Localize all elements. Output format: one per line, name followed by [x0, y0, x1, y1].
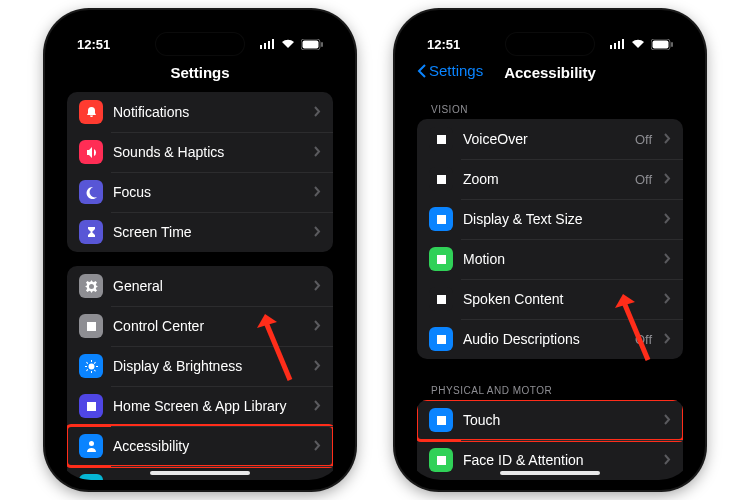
row-label: Display & Brightness: [113, 358, 304, 374]
signal-icon: [610, 39, 625, 49]
battery-icon: [651, 39, 673, 50]
settings-list[interactable]: NotificationsSounds & HapticsFocusScreen…: [55, 92, 345, 480]
voiceover-icon: [429, 127, 453, 151]
chevron-right-icon: [314, 144, 321, 160]
touch-icon: [429, 408, 453, 432]
moon-icon: [79, 180, 103, 204]
row-label: Touch: [463, 412, 654, 428]
row-label: Face ID & Attention: [463, 452, 654, 468]
settings-row-sounds-haptics[interactable]: Sounds & Haptics: [67, 132, 333, 172]
faceid-icon: [429, 448, 453, 472]
chevron-right-icon: [664, 291, 671, 307]
chevron-right-icon: [664, 251, 671, 267]
motion-icon: [429, 247, 453, 271]
svg-rect-2: [268, 41, 270, 49]
page-title: Accessibility: [504, 64, 596, 81]
wifi-icon: [631, 39, 645, 49]
svg-rect-1: [264, 43, 266, 49]
person-icon: [79, 434, 103, 458]
switches-icon: [79, 314, 103, 338]
battery-icon: [301, 39, 323, 50]
chevron-right-icon: [664, 211, 671, 227]
row-label: Accessibility: [113, 438, 304, 454]
navbar: Settings Accessibility: [405, 58, 695, 92]
settings-row-touch[interactable]: Touch: [417, 400, 683, 440]
dynamic-island: [155, 32, 245, 56]
home-indicator[interactable]: [500, 471, 600, 475]
accessibility-list[interactable]: VISION VoiceOverOffZoomOffDisplay & Text…: [405, 92, 695, 480]
bell-icon: [79, 100, 103, 124]
status-time: 12:51: [427, 37, 460, 52]
dynamic-island: [505, 32, 595, 56]
chevron-right-icon: [314, 278, 321, 294]
row-label: Spoken Content: [463, 291, 654, 307]
signal-icon: [260, 39, 275, 49]
back-label: Settings: [429, 62, 483, 79]
phone-left: 12:51 Settings NotificationsSounds & Hap…: [45, 10, 355, 490]
chevron-right-icon: [664, 452, 671, 468]
chevron-right-icon: [314, 318, 321, 334]
speaker-icon: [79, 140, 103, 164]
settings-row-voiceover[interactable]: VoiceOverOff: [417, 119, 683, 159]
svg-rect-5: [303, 40, 319, 48]
section-header-motor: PHYSICAL AND MOTOR: [417, 373, 683, 400]
grid-icon: [79, 394, 103, 418]
settings-row-audio-descriptions[interactable]: Audio DescriptionsOff: [417, 319, 683, 359]
settings-row-zoom[interactable]: ZoomOff: [417, 159, 683, 199]
chevron-right-icon: [314, 224, 321, 240]
audio-icon: [429, 327, 453, 351]
row-label: Motion: [463, 251, 654, 267]
row-label: Display & Text Size: [463, 211, 654, 227]
sun-icon: [79, 354, 103, 378]
chevron-right-icon: [314, 184, 321, 200]
svg-rect-0: [260, 45, 262, 49]
flower-icon: [79, 474, 103, 480]
svg-rect-8: [614, 43, 616, 49]
settings-row-general[interactable]: General: [67, 266, 333, 306]
phone-right: 12:51 Settings Accessibility VISION Voic…: [395, 10, 705, 490]
settings-row-display-brightness[interactable]: Display & Brightness: [67, 346, 333, 386]
settings-row-motion[interactable]: Motion: [417, 239, 683, 279]
status-indicators: [610, 39, 673, 50]
settings-row-notifications[interactable]: Notifications: [67, 92, 333, 132]
status-indicators: [260, 39, 323, 50]
navbar: Settings: [55, 58, 345, 92]
textsize-icon: [429, 207, 453, 231]
back-button[interactable]: Settings: [417, 62, 483, 79]
settings-row-accessibility[interactable]: Accessibility: [67, 426, 333, 466]
row-detail: Off: [635, 132, 652, 147]
row-label: Focus: [113, 184, 304, 200]
svg-rect-9: [618, 41, 620, 49]
chevron-right-icon: [664, 412, 671, 428]
settings-row-control-center[interactable]: Control Center: [67, 306, 333, 346]
chevron-right-icon: [314, 478, 321, 480]
row-label: VoiceOver: [463, 131, 625, 147]
row-detail: Off: [635, 172, 652, 187]
row-label: Wallpaper: [113, 478, 304, 480]
svg-rect-6: [321, 42, 323, 47]
status-time: 12:51: [77, 37, 110, 52]
chevron-right-icon: [314, 398, 321, 414]
row-label: Audio Descriptions: [463, 331, 625, 347]
chevron-right-icon: [664, 331, 671, 347]
hourglass-icon: [79, 220, 103, 244]
settings-row-display-text-size[interactable]: Display & Text Size: [417, 199, 683, 239]
row-label: Home Screen & App Library: [113, 398, 304, 414]
svg-rect-7: [610, 45, 612, 49]
row-label: General: [113, 278, 304, 294]
settings-row-focus[interactable]: Focus: [67, 172, 333, 212]
row-label: Notifications: [113, 104, 304, 120]
chevron-right-icon: [314, 104, 321, 120]
home-indicator[interactable]: [150, 471, 250, 475]
section-header-vision: VISION: [417, 92, 683, 119]
row-label: Zoom: [463, 171, 625, 187]
settings-row-screen-time[interactable]: Screen Time: [67, 212, 333, 252]
settings-row-spoken-content[interactable]: Spoken Content: [417, 279, 683, 319]
gear-icon: [79, 274, 103, 298]
spoken-icon: [429, 287, 453, 311]
svg-rect-10: [622, 39, 624, 49]
row-label: Screen Time: [113, 224, 304, 240]
row-label: Control Center: [113, 318, 304, 334]
chevron-right-icon: [314, 358, 321, 374]
settings-row-home-screen-app-library[interactable]: Home Screen & App Library: [67, 386, 333, 426]
